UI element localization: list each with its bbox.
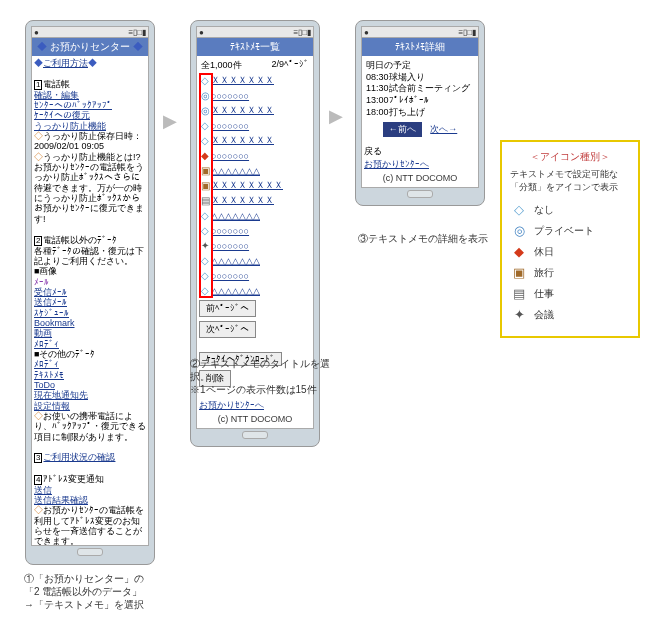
memo-title[interactable]: △△△△△△△: [211, 211, 311, 221]
link-location[interactable]: 現在地通知先: [34, 390, 146, 400]
phone-1: ● ≡▯□▮ ◆ お預かりセンター ◆ ◆ご利用方法◆ 1電話帳 確認・編集 ｾ…: [25, 20, 155, 565]
link-todo[interactable]: ToDo: [34, 380, 146, 390]
legend-row: ◎プライベート: [510, 223, 630, 238]
memo-row[interactable]: ◇○○○○○○○: [199, 118, 311, 133]
next-page-button[interactable]: 次ﾍﾟｰｼﾞへ: [199, 321, 256, 338]
link-schedule[interactable]: ｽｹｼﾞｭｰﾙ: [34, 308, 146, 318]
memo-row[interactable]: ◇△△△△△△△: [199, 253, 311, 268]
link-melody2[interactable]: ﾒﾛﾃﾞｨ: [34, 359, 146, 369]
link-send[interactable]: 送信: [34, 485, 146, 495]
otherdata-note: 各種ﾃﾞｰﾀの確認・復元は下記よりご利用ください。: [34, 246, 146, 267]
legend-row: ◆休日: [510, 244, 630, 259]
link-textmemo[interactable]: ﾃｷｽﾄﾒﾓ: [34, 370, 146, 380]
memo-row[interactable]: ◇ＸＸＸＸＸＸＸ: [199, 73, 311, 88]
memo-title[interactable]: ○○○○○○○: [211, 271, 311, 281]
link-settings[interactable]: 設定情報: [34, 401, 146, 411]
legend-label: 休日: [534, 245, 554, 259]
none-icon: ◇: [199, 120, 211, 132]
arrow-icon: ▶: [329, 105, 343, 127]
memo-title[interactable]: ○○○○○○○: [211, 91, 311, 101]
memo-row[interactable]: ◇△△△△△△△: [199, 283, 311, 298]
screen: 明日の予定08:30球場入り11:30試合前ミーティング13:00ﾌﾟﾚｲﾎﾞｰ…: [361, 56, 479, 188]
memo-title[interactable]: ○○○○○○○: [211, 241, 311, 251]
section-otherdata: 電話帳以外のﾃﾞｰﾀ: [43, 235, 117, 245]
memo-row[interactable]: ◎ＸＸＸＸＸＸＸ: [199, 103, 311, 118]
memo-row[interactable]: ◇△△△△△△△: [199, 208, 311, 223]
link-backup[interactable]: ｾﾝﾀｰへのﾊﾞｯｸｱｯﾌﾟ: [34, 100, 146, 110]
next-link[interactable]: 次へ→: [430, 124, 457, 134]
scroll-button[interactable]: [77, 548, 103, 556]
title-text: お預かりセンター: [50, 41, 130, 52]
diamond-icon: ◆: [34, 58, 43, 68]
page-indicator: 2/9ﾍﾟｰｼﾞ: [271, 59, 309, 72]
link-usage-status[interactable]: ご利用状況の確認: [43, 452, 115, 462]
work-icon: ▤: [199, 195, 211, 207]
legend-label: 旅行: [534, 266, 554, 280]
memo-title[interactable]: ＸＸＸＸＸＸＸ: [211, 194, 311, 207]
status-bar: ● ≡▯□▮: [196, 26, 314, 38]
legend-row: ◇なし: [510, 202, 630, 217]
link-send-result[interactable]: 送信結果確認: [34, 495, 146, 505]
memo-title[interactable]: △△△△△△△: [211, 286, 311, 296]
caption-1: ①「お預かりセンター」の 「2 電話帳以外のデータ」 →「テキストメモ」を選択: [24, 572, 164, 611]
link-inbox[interactable]: 受信ﾒｰﾙ: [34, 287, 146, 297]
arrow-icon: ▶: [163, 110, 177, 132]
link-bookmark[interactable]: Bookmark: [34, 318, 146, 328]
memo-row[interactable]: ▣△△△△△△△: [199, 163, 311, 178]
link-edit[interactable]: 確認・編集: [34, 90, 146, 100]
memo-title[interactable]: ＸＸＸＸＸＸＸＸ: [211, 179, 311, 192]
caption-3: ③テキストメモの詳細を表示: [358, 232, 498, 245]
scroll-button[interactable]: [407, 190, 433, 198]
memo-title[interactable]: ○○○○○○○: [211, 151, 311, 161]
memo-title[interactable]: ＸＸＸＸＸＸＸ: [211, 74, 311, 87]
mail-h: ﾒｰﾙ: [34, 277, 146, 287]
memo-row[interactable]: ◎○○○○○○○: [199, 88, 311, 103]
legend-row: ▤仕事: [510, 286, 630, 301]
memo-title[interactable]: ○○○○○○○: [211, 226, 311, 236]
legend-label: 会議: [534, 308, 554, 322]
link-sent[interactable]: 送信ﾒｰﾙ: [34, 297, 146, 307]
memo-title[interactable]: ○○○○○○○: [211, 121, 311, 131]
memo-title[interactable]: ＸＸＸＸＸＸＸ: [211, 134, 311, 147]
memo-title[interactable]: ＸＸＸＸＸＸＸ: [211, 104, 311, 117]
memo-row[interactable]: ✦○○○○○○○: [199, 238, 311, 253]
memo-title[interactable]: △△△△△△△: [211, 166, 311, 176]
detail-line: 18:00打ち上げ: [366, 107, 474, 119]
misc-note: お使いの携帯電話により、ﾊﾞｯｸｱｯﾌﾟ・復元できる項目に制限があります。: [34, 411, 146, 442]
legend-label: なし: [534, 203, 554, 217]
link-video[interactable]: 動画: [34, 328, 146, 338]
memo-row[interactable]: ◇○○○○○○○: [199, 268, 311, 283]
icon-legend: ＜アイコン種別＞ テキストメモで設定可能な「分類」をアイコンで表示 ◇なし◎プラ…: [500, 140, 640, 338]
none-icon: ◇: [199, 75, 211, 87]
private-icon: ◎: [199, 105, 211, 117]
none-icon: ◇: [510, 202, 528, 217]
detail-line: 13:00ﾌﾟﾚｲﾎﾞｰﾙ: [366, 95, 474, 107]
back-link[interactable]: お預かりｾﾝﾀｰへ: [364, 158, 476, 171]
footer-copyright: (c) NTT DOCOMO: [364, 171, 476, 185]
legend-desc: テキストメモで設定可能な「分類」をアイコンで表示: [510, 168, 630, 194]
memo-title[interactable]: △△△△△△△: [211, 256, 311, 266]
link-restore[interactable]: ｹｰﾀｲへの復元: [34, 110, 146, 120]
legend-row: ✦会議: [510, 307, 630, 322]
prev-button[interactable]: ←前へ: [383, 122, 422, 137]
link-melody[interactable]: ﾒﾛﾃﾞｨ: [34, 339, 146, 349]
phone-3: ● ≡▯□▮ ﾃｷｽﾄﾒﾓ詳細 明日の予定08:30球場入り11:30試合前ミー…: [355, 20, 485, 206]
memo-row[interactable]: ◆○○○○○○○: [199, 148, 311, 163]
legend-label: 仕事: [534, 287, 554, 301]
ukkari-note: うっかり防止機能とは!?: [43, 152, 141, 162]
status-right: ≡▯□▮: [129, 28, 147, 37]
meeting-icon: ✦: [510, 307, 528, 322]
memo-row[interactable]: ▣ＸＸＸＸＸＸＸＸ: [199, 178, 311, 193]
none-icon: ◇: [199, 255, 211, 267]
prev-page-button[interactable]: 前ﾍﾟｰｼﾞへ: [199, 300, 256, 317]
footer-copyright: (c) NTT DOCOMO: [199, 412, 311, 426]
memo-row[interactable]: ◇○○○○○○○: [199, 223, 311, 238]
usage-heading[interactable]: ご利用方法: [43, 58, 88, 68]
link-ukkari[interactable]: うっかり防止機能: [34, 121, 146, 131]
scroll-button[interactable]: [242, 431, 268, 439]
memo-row[interactable]: ◇ＸＸＸＸＸＸＸ: [199, 133, 311, 148]
memo-row[interactable]: ▤ＸＸＸＸＸＸＸ: [199, 193, 311, 208]
private-icon: ◎: [199, 90, 211, 102]
holiday-icon: ◆: [199, 150, 211, 162]
back-link[interactable]: お預かりｾﾝﾀｰへ: [199, 399, 311, 412]
